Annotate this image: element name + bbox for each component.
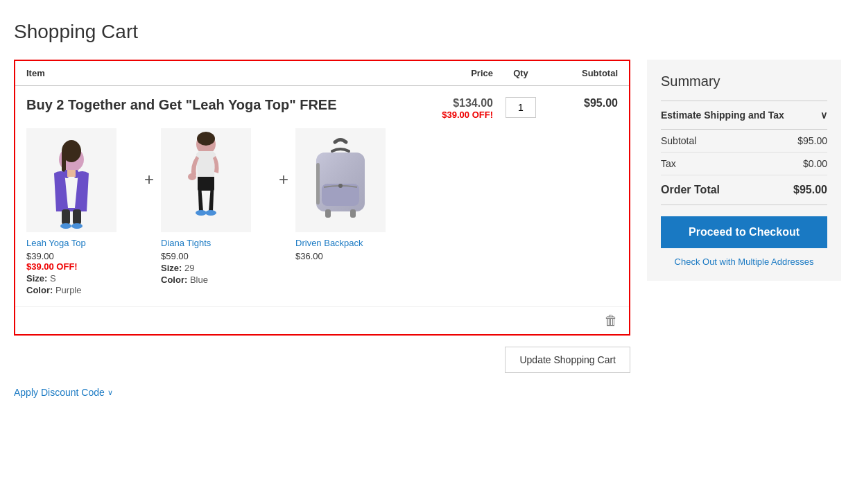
estimate-shipping-chevron: ∨ xyxy=(820,110,827,121)
cart-table: Item Price Qty Subtotal Buy 2 Together a… xyxy=(14,60,630,336)
yoga-top-price: $39.00 xyxy=(26,251,54,261)
bundle-item-tights: Diana Tights $59.00 Size: 29 Color: Blue xyxy=(161,128,272,285)
order-total-value: $95.00 xyxy=(793,184,827,196)
bundle-subtotal: $95.00 xyxy=(549,97,618,110)
plus-icon-2: + xyxy=(272,128,295,189)
summary-sidebar: Summary Estimate Shipping and Tax ∨ Subt… xyxy=(647,60,841,281)
svg-rect-6 xyxy=(62,209,70,225)
update-cart-button[interactable]: Update Shopping Cart xyxy=(505,347,630,373)
summary-subtotal-row: Subtotal $95.00 xyxy=(661,130,827,153)
svg-point-8 xyxy=(60,223,71,229)
svg-point-15 xyxy=(205,210,216,216)
remove-item-button[interactable]: 🗑 xyxy=(604,313,618,329)
svg-rect-13 xyxy=(198,177,214,191)
svg-point-12 xyxy=(188,173,196,180)
bundle-qty-col xyxy=(493,97,549,118)
discount-section: Apply Discount Code ∨ xyxy=(14,387,630,398)
discount-link-label: Apply Discount Code xyxy=(14,387,105,398)
apply-discount-link[interactable]: Apply Discount Code ∨ xyxy=(14,387,113,398)
cart-section: Item Price Qty Subtotal Buy 2 Together a… xyxy=(14,60,630,398)
tax-label: Tax xyxy=(661,158,676,169)
quantity-input[interactable] xyxy=(506,97,536,118)
svg-rect-21 xyxy=(350,209,356,218)
cart-row-footer: 🗑 xyxy=(15,307,629,334)
backpack-name[interactable]: Driven Backpack xyxy=(295,238,363,248)
summary-total-row: Order Total $95.00 xyxy=(661,175,827,205)
tights-name[interactable]: Diana Tights xyxy=(161,238,211,248)
svg-point-14 xyxy=(196,210,207,216)
order-total-label: Order Total xyxy=(661,184,720,196)
bundle-price-discount: $39.00 OFF! xyxy=(424,110,493,120)
svg-rect-22 xyxy=(316,163,320,205)
bundle-row: Buy 2 Together and Get "Leah Yoga Top" F… xyxy=(15,86,629,307)
header-price-label: Price xyxy=(424,68,493,78)
estimate-shipping-toggle[interactable]: Estimate Shipping and Tax ∨ xyxy=(661,101,827,130)
page-title: Shopping Cart xyxy=(14,21,841,43)
bundle-price-col: $134.00 $39.00 OFF! xyxy=(424,97,493,120)
backpack-image xyxy=(295,128,386,232)
estimate-shipping-label: Estimate Shipping and Tax xyxy=(661,110,784,121)
bundle-item-yoga-top: Leah Yoga Top $39.00 $39.00 OFF! Size: S… xyxy=(26,128,137,295)
yoga-top-name[interactable]: Leah Yoga Top xyxy=(26,238,86,248)
bundle-title-text: Buy 2 Together and Get "Leah Yoga Top" F… xyxy=(26,97,424,113)
header-item-label: Item xyxy=(26,68,424,78)
plus-icon-1: + xyxy=(137,128,161,189)
multi-address-link[interactable]: Check Out with Multiple Addresses xyxy=(661,257,827,267)
cart-table-header: Item Price Qty Subtotal xyxy=(15,61,629,86)
bundle-price-original: $134.00 xyxy=(424,97,493,110)
header-subtotal-label: Subtotal xyxy=(549,68,618,78)
chevron-down-icon: ∨ xyxy=(107,388,113,397)
subtotal-value: $95.00 xyxy=(797,135,827,146)
svg-rect-2 xyxy=(62,151,66,172)
svg-rect-7 xyxy=(73,209,81,225)
subtotal-label: Subtotal xyxy=(661,135,696,146)
tights-color: Color: Blue xyxy=(161,275,208,285)
yoga-top-color: Color: Purple xyxy=(26,285,81,295)
cart-actions: Update Shopping Cart xyxy=(14,347,630,373)
svg-point-11 xyxy=(197,132,215,146)
svg-point-19 xyxy=(338,184,343,188)
svg-rect-5 xyxy=(67,170,76,177)
tights-image xyxy=(161,128,251,232)
tights-size: Size: 29 xyxy=(161,263,194,273)
svg-rect-20 xyxy=(325,209,331,218)
bundle-products: Leah Yoga Top $39.00 $39.00 OFF! Size: S… xyxy=(26,128,618,295)
proceed-to-checkout-button[interactable]: Proceed to Checkout xyxy=(661,216,827,248)
header-qty-label: Qty xyxy=(493,68,549,78)
yoga-top-image xyxy=(26,128,116,232)
summary-tax-row: Tax $0.00 xyxy=(661,153,827,175)
yoga-top-discount: $39.00 OFF! xyxy=(26,261,78,272)
summary-title: Summary xyxy=(661,73,827,89)
tax-value: $0.00 xyxy=(803,158,827,169)
svg-point-9 xyxy=(71,223,83,229)
bundle-item-backpack: Driven Backpack $36.00 xyxy=(295,128,406,261)
yoga-top-size: Size: S xyxy=(26,273,56,284)
tights-price: $59.00 xyxy=(161,251,189,261)
bundle-title-row: Buy 2 Together and Get "Leah Yoga Top" F… xyxy=(26,97,618,120)
backpack-price: $36.00 xyxy=(295,251,323,261)
